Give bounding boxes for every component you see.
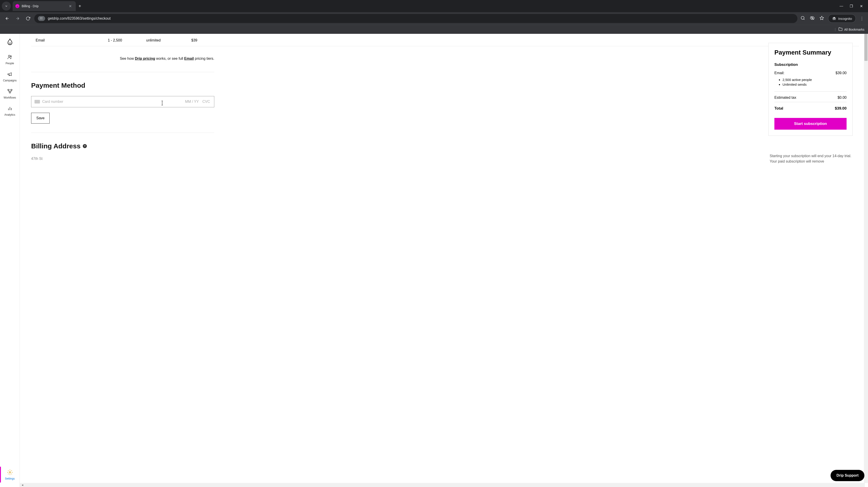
trial-note: Starting your subscription will end your… xyxy=(768,153,852,164)
card-icon xyxy=(34,100,40,103)
tab-search-dropdown[interactable] xyxy=(2,2,11,10)
svg-marker-12 xyxy=(820,16,824,20)
sidebar-item-settings[interactable]: Settings xyxy=(0,467,20,483)
svg-point-18 xyxy=(8,55,10,57)
svg-line-9 xyxy=(804,19,805,20)
svg-point-17 xyxy=(10,42,11,43)
plan-sends: unlimited xyxy=(146,38,191,42)
sidebar-label: Workflows xyxy=(4,96,16,99)
all-bookmarks-button[interactable]: All Bookmarks xyxy=(838,27,864,32)
zoom-icon[interactable] xyxy=(800,16,806,22)
scroll-left-icon[interactable]: ◄ xyxy=(20,484,25,486)
drip-logo-icon[interactable] xyxy=(6,38,14,46)
summary-tax-label: Estimated tax xyxy=(774,96,796,100)
bookmarks-bar: | All Bookmarks xyxy=(0,25,868,34)
summary-title: Payment Summary xyxy=(774,49,846,56)
sidebar-item-campaigns[interactable]: Campaigns xyxy=(0,69,20,84)
drip-pricing-link[interactable]: Drip pricing xyxy=(135,57,155,60)
plan-name: Email xyxy=(36,38,108,42)
summary-email-price: $39.00 xyxy=(836,71,846,75)
main-content: Email 1 - 2,500 unlimited $39 See how Dr… xyxy=(20,34,868,487)
svg-point-19 xyxy=(10,56,11,57)
workflow-icon xyxy=(6,88,13,95)
sidebar-label: Settings xyxy=(5,477,15,480)
card-input-wrapper[interactable]: MM / YY CVC xyxy=(31,96,214,107)
summary-features: 2,500 active people Unlimited sends xyxy=(774,78,846,86)
svg-point-13 xyxy=(833,19,834,20)
maximize-icon[interactable]: ❐ xyxy=(849,4,854,8)
address-bar-row: getdrip.com/8235963/settings/checkout In… xyxy=(0,12,868,25)
pricing-note: See how Drip pricing works, or see full … xyxy=(31,46,214,72)
plan-range: 1 - 2,500 xyxy=(108,38,146,42)
eye-off-icon[interactable] xyxy=(809,16,815,22)
close-window-icon[interactable]: ✕ xyxy=(859,4,864,8)
summary-total-amount: $39.00 xyxy=(835,106,846,111)
address-bar[interactable]: getdrip.com/8235963/settings/checkout xyxy=(34,14,797,23)
email-pricing-link[interactable]: Email xyxy=(184,57,194,60)
svg-point-14 xyxy=(834,19,836,20)
billing-address-title: Billing Address ? xyxy=(31,142,859,150)
sidebar-item-analytics[interactable]: Analytics xyxy=(0,103,20,119)
sidebar-label: People xyxy=(6,62,14,65)
people-icon xyxy=(6,54,13,60)
svg-rect-20 xyxy=(8,89,9,90)
browser-chrome: Billing · Drip ✕ + — ❐ ✕ getdrip.com/823… xyxy=(0,0,868,34)
sidebar-label: Campaigns xyxy=(3,79,17,82)
incognito-badge[interactable]: Incognito xyxy=(828,14,856,23)
analytics-icon xyxy=(6,105,13,112)
url-text: getdrip.com/8235963/settings/checkout xyxy=(48,17,111,21)
drip-favicon-icon xyxy=(16,4,20,8)
svg-point-16 xyxy=(9,42,9,43)
back-button[interactable] xyxy=(3,14,11,23)
summary-divider xyxy=(774,91,846,92)
megaphone-icon xyxy=(6,71,13,77)
text-cursor-icon xyxy=(161,100,163,107)
minimize-icon[interactable]: — xyxy=(839,4,844,8)
svg-point-6 xyxy=(40,19,41,19)
tab-bar: Billing · Drip ✕ + — ❐ ✕ xyxy=(0,0,868,12)
tab-title: Billing · Drip xyxy=(22,4,65,8)
sidebar-item-workflows[interactable]: Workflows xyxy=(0,86,20,101)
browser-menu-icon[interactable]: ⋮ xyxy=(859,16,865,21)
card-cvc-placeholder[interactable]: CVC xyxy=(202,100,210,104)
summary-feature: 2,500 active people xyxy=(782,78,846,82)
bookmarks-divider: | xyxy=(835,28,836,32)
sidebar: People Campaigns Workflows Analytics Se xyxy=(0,34,20,487)
window-controls: — ❐ ✕ xyxy=(839,4,866,8)
star-icon[interactable] xyxy=(818,16,825,22)
start-subscription-button[interactable]: Start subscription xyxy=(774,118,846,130)
summary-row-total: Total $39.00 xyxy=(774,106,846,111)
payment-method-title: Payment Method xyxy=(31,82,859,89)
svg-rect-22 xyxy=(9,92,10,93)
incognito-label: Incognito xyxy=(838,17,852,21)
folder-icon xyxy=(838,27,842,32)
svg-rect-21 xyxy=(10,89,12,90)
billing-address-line1: 47th St xyxy=(31,157,859,161)
sidebar-item-people[interactable]: People xyxy=(0,52,20,67)
app-container: People Campaigns Workflows Analytics Se xyxy=(0,34,868,487)
site-info-icon[interactable] xyxy=(38,16,45,21)
help-icon[interactable]: ? xyxy=(83,144,87,148)
all-bookmarks-label: All Bookmarks xyxy=(844,28,864,31)
scrollbar-thumb[interactable] xyxy=(864,34,868,61)
tab-close-icon[interactable]: ✕ xyxy=(67,4,73,9)
vertical-scrollbar[interactable] xyxy=(864,34,868,483)
drip-support-button[interactable]: Drip Support xyxy=(831,470,864,481)
reload-button[interactable] xyxy=(24,14,32,23)
svg-point-8 xyxy=(801,16,804,19)
svg-point-26 xyxy=(9,472,10,473)
summary-feature: Unlimited sends xyxy=(782,83,846,86)
card-expiry-placeholder[interactable]: MM / YY xyxy=(185,100,199,104)
new-tab-button[interactable]: + xyxy=(76,4,84,9)
browser-tab[interactable]: Billing · Drip ✕ xyxy=(12,1,76,11)
sidebar-label: Analytics xyxy=(4,113,15,116)
horizontal-scrollbar[interactable]: ◄ xyxy=(20,483,865,487)
save-button[interactable]: Save xyxy=(31,113,50,124)
forward-button[interactable] xyxy=(13,14,22,23)
subscription-label: Subscription xyxy=(774,62,846,67)
plan-price: $39 xyxy=(191,38,197,42)
svg-point-4 xyxy=(40,18,41,18)
toolbar-right: Incognito ⋮ xyxy=(800,14,865,23)
plan-table-row: Email 1 - 2,500 unlimited $39 xyxy=(31,36,859,46)
summary-row-email: Email: $39.00 xyxy=(774,71,846,75)
